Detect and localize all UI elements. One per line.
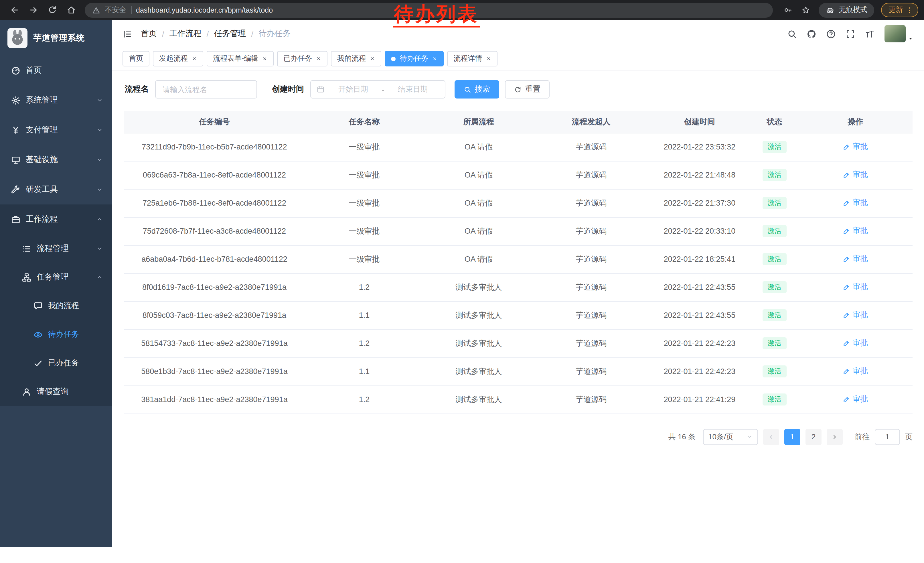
github-icon[interactable]: [807, 29, 816, 39]
goto-page-input[interactable]: [875, 429, 900, 445]
sidebar-item-0[interactable]: 首页: [0, 56, 112, 86]
approve-link[interactable]: 审批: [843, 338, 868, 348]
approve-link[interactable]: 审批: [843, 198, 868, 208]
tab-4[interactable]: 我的流程: [331, 51, 381, 66]
date-range-picker[interactable]: 开始日期 - 结束日期: [310, 80, 446, 99]
logo-image: [8, 28, 27, 48]
tab-2[interactable]: 流程表单-编辑: [207, 51, 274, 66]
sidebar-item-9[interactable]: 待办任务: [0, 320, 112, 349]
tab-close-icon[interactable]: [262, 56, 267, 61]
sidebar-item-6[interactable]: 流程管理: [0, 234, 112, 263]
content-area: 首页/工作流程/任务管理/待办任务 首页发起流程流程表单-编辑已办任务我的流程待…: [112, 20, 924, 547]
edit-icon: [843, 312, 850, 319]
process-name: 测试多审批人: [423, 329, 534, 357]
approve-link[interactable]: 审批: [843, 366, 868, 377]
breadcrumb-item-2[interactable]: 任务管理: [214, 29, 246, 39]
breadcrumb-separator: /: [251, 29, 254, 38]
page-button-2[interactable]: 2: [806, 429, 822, 445]
sidebar-item-10[interactable]: 已办任务: [0, 349, 112, 377]
sidebar-collapse-icon[interactable]: [123, 29, 132, 39]
process-starter: 芋道源码: [534, 133, 648, 161]
edit-icon: [843, 368, 850, 375]
sidebar-item-1[interactable]: 系统管理: [0, 86, 112, 115]
breadcrumb: 首页/工作流程/任务管理/待办任务: [141, 29, 291, 39]
page-size-select[interactable]: 10条/页: [703, 429, 758, 445]
task-name: 1.2: [305, 329, 423, 357]
browser-menu-icon[interactable]: [906, 6, 914, 14]
status-cell: 激活: [751, 357, 798, 386]
create-time: 2022-01-22 23:53:32: [648, 133, 751, 161]
next-page-button[interactable]: [826, 429, 843, 445]
approve-label: 审批: [852, 198, 868, 208]
status-badge: 激活: [762, 141, 787, 153]
tab-close-icon[interactable]: [486, 56, 491, 61]
browser-forward-icon[interactable]: [28, 5, 38, 15]
yen-icon: [11, 125, 21, 135]
approve-link[interactable]: 审批: [843, 394, 868, 405]
tab-close-icon[interactable]: [432, 56, 437, 61]
end-date-placeholder: 结束日期: [386, 84, 439, 95]
browser-home-icon[interactable]: [66, 5, 76, 15]
sidebar-item-label: 请假查询: [37, 387, 103, 397]
tab-close-icon[interactable]: [370, 56, 375, 61]
tab-6[interactable]: 流程详情: [447, 51, 498, 66]
font-size-icon[interactable]: [865, 29, 875, 39]
approve-link[interactable]: 审批: [843, 226, 868, 236]
table-row: 725a1eb6-7b88-11ec-8ef0-acde48001122一级审批…: [124, 189, 912, 217]
process-name-input[interactable]: [155, 80, 257, 99]
list-icon: [22, 244, 32, 254]
tab-5[interactable]: 待办任务: [385, 51, 444, 66]
status-badge: 激活: [762, 197, 787, 209]
column-header-1: 任务名称: [305, 111, 423, 133]
sidebar-item-5[interactable]: 工作流程: [0, 204, 112, 234]
action-cell: 审批: [798, 245, 912, 273]
tab-close-icon[interactable]: [316, 56, 321, 61]
sidebar-item-8[interactable]: 我的流程: [0, 291, 112, 320]
task-id: 58154733-7ac8-11ec-a9e2-a2380e71991a: [124, 329, 305, 357]
page-button-1[interactable]: 1: [784, 429, 800, 445]
search-button-icon: [464, 86, 471, 93]
approve-link[interactable]: 审批: [843, 310, 868, 320]
sidebar-item-7[interactable]: 任务管理: [0, 263, 112, 291]
search-button[interactable]: 搜索: [454, 80, 499, 99]
breadcrumb-item-1[interactable]: 工作流程: [170, 29, 201, 39]
goto-label: 前往: [855, 432, 870, 442]
sidebar-item-11[interactable]: 请假查询: [0, 377, 112, 406]
tab-close-icon[interactable]: [192, 56, 197, 61]
breadcrumb-item-0[interactable]: 首页: [141, 29, 157, 39]
sidebar-item-4[interactable]: 研发工具: [0, 175, 112, 204]
tab-0[interactable]: 首页: [123, 51, 149, 66]
sidebar: 芋道管理系统 首页系统管理支付管理基础设施研发工具工作流程流程管理任务管理我的流…: [0, 20, 112, 547]
tab-3[interactable]: 已办任务: [277, 51, 327, 66]
approve-link[interactable]: 审批: [843, 170, 868, 180]
update-button[interactable]: 更新: [881, 3, 918, 17]
approve-link[interactable]: 审批: [843, 142, 868, 152]
table-row: 75d72608-7b7f-11ec-a3c8-acde48001122一级审批…: [124, 217, 912, 245]
bookmark-star-icon[interactable]: [801, 6, 810, 14]
user-avatar[interactable]: [885, 25, 914, 42]
key-icon[interactable]: [784, 6, 792, 14]
prev-page-button[interactable]: [763, 429, 779, 445]
address-bar[interactable]: 不安全 dashboard.yudao.iocoder.cn/bpm/task/…: [85, 3, 773, 18]
create-time: 2022-01-22 21:37:30: [648, 189, 751, 217]
status-badge: 激活: [762, 337, 787, 349]
approve-link[interactable]: 审批: [843, 254, 868, 264]
browser-reload-icon[interactable]: [48, 5, 57, 15]
task-name: 一级审批: [305, 245, 423, 273]
sidebar-item-2[interactable]: 支付管理: [0, 115, 112, 145]
sidebar-item-3[interactable]: 基础设施: [0, 145, 112, 175]
table-row: 8f0d1619-7ac8-11ec-a9e2-a2380e71991a1.2测…: [124, 273, 912, 301]
tab-1[interactable]: 发起流程: [153, 51, 203, 66]
process-name: OA 请假: [423, 245, 534, 273]
avatar-image: [885, 25, 906, 42]
fullscreen-icon[interactable]: [846, 29, 855, 39]
todo-table: 任务编号任务名称所属流程流程发起人创建时间状态操作 73211d9d-7b9b-…: [124, 111, 912, 414]
flow-icon: [22, 272, 32, 282]
browser-back-icon[interactable]: [10, 5, 20, 15]
reset-button[interactable]: 重置: [505, 80, 550, 99]
approve-label: 审批: [852, 338, 868, 348]
approve-link[interactable]: 审批: [843, 282, 868, 293]
help-icon[interactable]: [826, 29, 836, 39]
update-label: 更新: [888, 5, 903, 15]
search-icon[interactable]: [787, 29, 797, 39]
